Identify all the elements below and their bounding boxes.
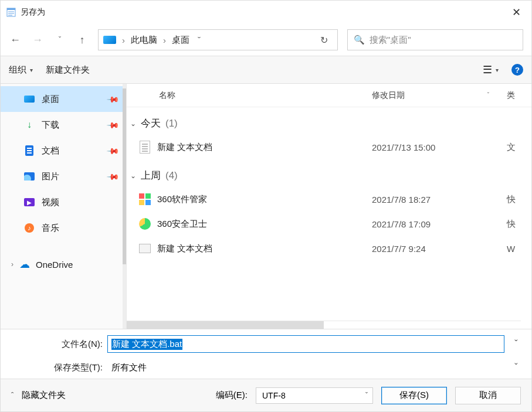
column-date-header[interactable]: 修改日期 ˇ [372, 90, 507, 101]
file-row[interactable]: 360软件管家2021/7/8 18:27快 [127, 187, 531, 212]
app-icon [6, 8, 16, 17]
close-button[interactable]: ✕ [507, 2, 526, 22]
encoding-label: 编码(E): [216, 390, 248, 401]
pin-icon: 📌 [106, 144, 120, 157]
main-area: 桌面 📌 ↓ 下载 📌 文档 📌 图片 📌 ▶ 视频 [1, 84, 531, 329]
svg-rect-1 [7, 8, 15, 10]
sidebar-item-videos[interactable]: ▶ 视频 [1, 189, 126, 215]
music-icon: ♪ [25, 223, 34, 233]
file-name: 新建 文本文档 [157, 142, 372, 153]
column-headers: 名称 修改日期 ˇ 类 [127, 84, 531, 107]
sidebar-item-downloads[interactable]: ↓ 下载 📌 [1, 112, 126, 138]
window-title: 另存为 [21, 7, 45, 18]
list-view-icon: ☰ [483, 63, 492, 76]
sidebar-item-desktop[interactable]: 桌面 📌 [1, 86, 126, 112]
documents-icon [25, 145, 33, 156]
view-options-button[interactable]: ☰ ▾ [483, 63, 499, 76]
horizontal-scrollbar[interactable] [127, 321, 521, 329]
hide-folders-button[interactable]: 隐藏文件夹 [22, 390, 66, 401]
filetype-label: 保存类型(T): [9, 362, 103, 373]
save-button[interactable]: 保存(S) [381, 387, 447, 404]
pin-icon: 📌 [106, 92, 120, 105]
nav-up-button[interactable]: ↑ [76, 34, 89, 46]
file-type: 文 [507, 142, 531, 153]
file-list: 名称 修改日期 ˇ 类 ⌄今天 (1)新建 文本文档2021/7/13 15:0… [127, 84, 531, 329]
filename-input[interactable]: 新建 文本文档.bat [107, 335, 504, 353]
chevron-down-icon: ⌄ [130, 120, 136, 128]
cloud-icon: ☁ [19, 258, 30, 271]
file-row[interactable]: 新建 文本文档2021/7/13 15:00文 [127, 135, 531, 159]
filetype-dropdown[interactable]: ˇ [509, 362, 523, 373]
breadcrumb-leaf[interactable]: 桌面 [172, 35, 189, 46]
sidebar-item-music[interactable]: ♪ 音乐 [1, 215, 126, 241]
search-placeholder: 搜索"桌面" [370, 35, 411, 46]
titlebar: 另存为 ✕ [1, 1, 531, 24]
encoding-value: UTF-8 [262, 391, 286, 400]
chevron-right-icon[interactable]: › [120, 35, 127, 45]
search-input[interactable]: 🔍 搜索"桌面" [347, 29, 523, 50]
sidebar-item-pictures[interactable]: 图片 📌 [1, 164, 126, 189]
app-icon [139, 193, 151, 205]
pin-icon: 📌 [106, 169, 120, 183]
toolbar: 组织 ▾ 新建文件夹 ☰ ▾ ? [1, 56, 531, 84]
filename-value: 新建 文本文档.bat [111, 339, 182, 350]
organize-button[interactable]: 组织 ▾ [9, 64, 33, 76]
sidebar-item-documents[interactable]: 文档 📌 [1, 138, 126, 164]
file-date: 2021/7/7 9:24 [372, 244, 507, 254]
filename-label: 文件名(N): [9, 339, 103, 350]
column-name-header[interactable]: 名称 [127, 90, 372, 101]
caret-down-icon: ▾ [496, 67, 499, 73]
search-icon: 🔍 [354, 35, 365, 45]
caret-up-icon[interactable]: ˆ [11, 391, 13, 400]
filename-dropdown[interactable]: ˇ [509, 339, 523, 349]
file-name: 360软件管家 [157, 194, 372, 205]
text-file-icon [140, 141, 150, 154]
video-icon: ▶ [24, 198, 35, 206]
sidebar-scrollbar[interactable] [123, 84, 126, 329]
breadcrumb[interactable]: › 此电脑 › 桌面 ˇ ↻ [98, 29, 338, 50]
file-name: 新建 文本文档 [157, 243, 372, 254]
cancel-button[interactable]: 取消 [455, 387, 521, 404]
caret-down-icon: ˇ [365, 391, 368, 400]
file-type: 快 [507, 219, 531, 230]
file-name: 360安全卫士 [157, 219, 372, 230]
sidebar: 桌面 📌 ↓ 下载 📌 文档 📌 图片 📌 ▶ 视频 [1, 84, 127, 329]
this-pc-icon [103, 36, 116, 44]
nav-recent-dropdown[interactable]: ˇ [53, 36, 66, 44]
breadcrumb-root[interactable]: 此电脑 [131, 35, 157, 46]
group-header[interactable]: ⌄上周 (4) [127, 166, 531, 187]
save-form: 文件名(N): 新建 文本文档.bat ˇ 保存类型(T): 所有文件 ˇ [1, 329, 531, 379]
desktop-icon [24, 96, 35, 103]
chevron-right-icon: › [11, 260, 13, 268]
pictures-icon [24, 172, 35, 181]
file-row[interactable]: 360安全卫士2021/7/8 17:09快 [127, 212, 531, 236]
encoding-select[interactable]: UTF-8 ˇ [256, 387, 373, 404]
new-folder-button[interactable]: 新建文件夹 [46, 64, 90, 76]
file-date: 2021/7/13 15:00 [372, 142, 507, 152]
filetype-select[interactable]: 所有文件 [107, 359, 504, 376]
file-date: 2021/7/8 18:27 [372, 195, 507, 205]
file-date: 2021/7/8 17:09 [372, 219, 507, 229]
refresh-button[interactable]: ↻ [316, 35, 333, 46]
sidebar-item-onedrive[interactable]: › ☁ OneDrive [1, 251, 126, 277]
file-icon [139, 244, 151, 253]
nav-forward-button[interactable]: → [31, 34, 44, 46]
group-header[interactable]: ⌄今天 (1) [127, 114, 531, 135]
caret-down-icon: ▾ [30, 67, 33, 73]
address-row: ← → ˇ ↑ › 此电脑 › 桌面 ˇ ↻ 🔍 搜索"桌面" [1, 24, 531, 56]
download-icon: ↓ [24, 120, 35, 130]
footer: ˆ 隐藏文件夹 编码(E): UTF-8 ˇ 保存(S) 取消 [1, 379, 531, 411]
app-icon [139, 218, 151, 230]
file-row[interactable]: 新建 文本文档2021/7/7 9:24W [127, 236, 531, 261]
chevron-down-icon: ⌄ [130, 172, 136, 180]
filetype-value: 所有文件 [111, 362, 147, 373]
save-as-dialog: 另存为 ✕ ← → ˇ ↑ › 此电脑 › 桌面 ˇ ↻ 🔍 搜索"桌面" 组织… [0, 0, 532, 412]
chevron-right-icon[interactable]: › [161, 35, 168, 45]
file-type: 快 [507, 194, 531, 205]
help-button[interactable]: ? [511, 64, 523, 76]
file-type: W [507, 244, 531, 254]
nav-back-button[interactable]: ← [9, 34, 22, 46]
breadcrumb-dropdown[interactable]: ˇ [193, 35, 205, 45]
column-type-header[interactable]: 类 [507, 90, 531, 101]
pin-icon: 📌 [106, 118, 120, 131]
